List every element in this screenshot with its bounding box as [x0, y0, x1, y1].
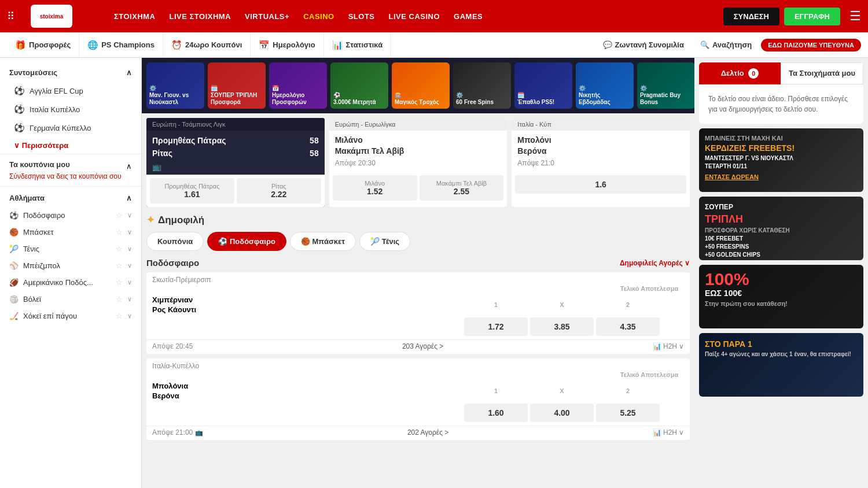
hamburger-icon[interactable]: ☰ [849, 9, 861, 24]
promo2-line4: 10€ FREEBET [705, 235, 858, 243]
nav-live-casino[interactable]: LIVE CASINO [389, 12, 440, 21]
arrow-icon: ∨ [127, 212, 132, 219]
h2h-btn-2[interactable]: 📊 H2H ∨ [653, 428, 684, 437]
nav-slots[interactable]: SLOTS [348, 12, 375, 21]
nav-live-stoixima[interactable]: LIVE ΣΤΟΙΧΗΜΑ [170, 12, 231, 21]
popular-markets-btn[interactable]: Δημοφιλείς Αγορές ∨ [620, 259, 690, 267]
star-icon-4: ☆ [116, 261, 123, 270]
logo[interactable]: stoixima [31, 5, 72, 28]
tab-coupons[interactable]: Κουπόνια [146, 232, 204, 251]
search[interactable]: 🔍 Αναζήτηση [693, 40, 759, 49]
odd-btn-1-1[interactable]: 3.85 [530, 317, 594, 336]
banner-winner-week[interactable]: ⚙️Νικητής Εβδομάδας [576, 62, 634, 109]
arrow-icon-4: ∨ [127, 262, 132, 269]
odd-btn-2-1[interactable]: 4.00 [530, 404, 594, 422]
odd-btn-1-2[interactable]: 4.35 [596, 317, 660, 336]
live-odd1-btn-2[interactable]: Μιλάνο 1.52 [333, 175, 417, 201]
shortcut-germany-cup[interactable]: ⚽ Γερμανία Κύπελλο [0, 119, 141, 137]
tab-football[interactable]: ⚽ Ποδόσφαιρο [207, 232, 286, 251]
nav-casino[interactable]: CASINO [303, 12, 334, 21]
nav-stats[interactable]: 📊 Στατιστικά [324, 32, 392, 57]
nav-games[interactable]: GAMES [454, 12, 483, 21]
h2h-btn-1[interactable]: 📊 H2H ∨ [653, 342, 684, 350]
sport-volleyball[interactable]: 🏐Βόλεϊ ☆∨ [0, 291, 141, 308]
banner-7-label: Νικητής Εβδομάδας [579, 92, 610, 105]
betslip-tab-active[interactable]: Δελτίο 0 [699, 62, 781, 84]
grid-icon[interactable]: ⠿ [7, 10, 14, 23]
tab-tennis[interactable]: 🎾 Τένις [359, 232, 410, 251]
promo1-cta[interactable]: ΕΝΤΑΣΕ ΔΩΡΕΑΝ [705, 173, 858, 182]
odds-row-1: 1 X 2 [464, 301, 684, 308]
promo3-line3: Στην πρώτη σου κατάθεση! [705, 300, 858, 308]
betslip-tab1-label: Δελτίο [721, 69, 744, 77]
live-score1-1: 58 [310, 136, 319, 145]
live-team2-3: Βερόνα [517, 146, 684, 156]
banner-4-label: Μαγικός Τροχός [395, 99, 439, 105]
banner-ps-champions[interactable]: ⚙️Μαν. Γιουν. vs Νιούκαστλ [146, 62, 204, 109]
odd-btn-2-0[interactable]: 1.60 [464, 404, 528, 422]
team2-1: Ρος Κάουντι [152, 305, 464, 314]
live-chat[interactable]: 💬 Ζωντανή Συνομιλία [596, 40, 691, 49]
live-odd1-btn-3[interactable]: 1.6 [515, 175, 686, 194]
match-footer-1: Απόψε 20:45 203 Αγορές > 📊 H2H ∨ [146, 339, 690, 354]
promo-banner-super-triple[interactable]: ΣΟΥΠΕΡ ΤΡΙΠΛΗ ΠΡΟΣΦΟΡΑ ΧΩΡΙΣ ΚΑΤΆΘΕΣΗ 10… [699, 197, 863, 260]
sport-baseball[interactable]: ⚾Μπέιζμπολ ☆∨ [0, 257, 141, 274]
promo1-line1: ΜΠΑΙΝΕΙΣ ΣΤΗ ΜΑΧΗ ΚΑΙ [705, 134, 858, 143]
sport-football[interactable]: ⚽Ποδόσφαιρο ☆∨ [0, 207, 141, 224]
arrow-icon-3: ∨ [127, 245, 132, 253]
sport-basketball[interactable]: 🏀Μπάσκετ ☆∨ [0, 224, 141, 241]
odd-val-2-2: 5.25 [599, 408, 656, 417]
match-markets-1[interactable]: 203 Αγορές > [402, 342, 443, 350]
banner-calendar-offers[interactable]: 📅Ημερολόγιο Προσφορών [269, 62, 327, 109]
live-odd2-btn-1[interactable]: Ρίτας 2.22 [237, 178, 321, 204]
banner-free-spins[interactable]: ⚙️60 Free Spins [453, 62, 511, 109]
nav-offers[interactable]: 🎁 Προσφορές [7, 32, 79, 57]
live-odd1-btn-1[interactable]: Προμηθέας Πάτρας 1.61 [150, 178, 234, 204]
live-odd2-btn-2[interactable]: Μακάμπι Τελ Αβίβ 2.55 [420, 175, 504, 201]
promo-banner-ps-champions[interactable]: ΜΠΑΙΝΕΙΣ ΣΤΗ ΜΑΧΗ ΚΑΙ ΚΕΡΔΙΖΕΙΣ FREEBETS… [699, 128, 863, 192]
coupon-login-link[interactable]: Σύνδεση [9, 172, 36, 180]
promo-banner-100-bonus[interactable]: 100% ΕΩΣ 100€ Στην πρώτη σου κατάθεση! [699, 265, 863, 328]
promo-banner-para1[interactable]: ΣΤΟ ΠΑΡΑ 1 Παίξε 4+ αγώνες και αν χάσεις… [699, 333, 863, 397]
sidebar: Συντομεύσεις ∧ ⚽ Αγγλία EFL Cup ⚽ Ιταλία… [0, 58, 142, 488]
shortcuts-chevron: ∧ [126, 68, 132, 77]
promo2-line2: ΤΡΙΠΛΗ [705, 212, 858, 227]
live-team2-row-1: Ρίτας 58 [152, 147, 319, 160]
shortcuts-header[interactable]: Συντομεύσεις ∧ [0, 64, 141, 82]
banner-pragmatic[interactable]: ⚙️Pragmatic Buy Bonus [637, 62, 694, 109]
shortcuts-more[interactable]: ∨ Περισσότερα [0, 137, 141, 154]
sport-tennis[interactable]: 🎾Τένις ☆∨ [0, 241, 141, 257]
promo3-line1: 100% [705, 271, 858, 288]
football-sport-icon: ⚽ [9, 211, 19, 220]
shortcut-efl[interactable]: ⚽ Αγγλία EFL Cup [0, 82, 141, 100]
login-button[interactable]: ΣΥΝΔΕΣΗ [723, 8, 779, 25]
chevron-h2h-1: ∨ [679, 342, 684, 350]
shortcut-italy-cup[interactable]: ⚽ Ιταλία Κυπέλλο [0, 100, 141, 119]
betslip-tab-my-bets[interactable]: Τα Στοιχήματά μου [781, 62, 863, 84]
banner-3000-cash[interactable]: ⚽3.000€ Μετρητά [330, 62, 388, 109]
my-coupons-section: Τα κουπόνια μου ∧ Σύνδεσηγια να δεις τα … [0, 154, 141, 186]
live-odds-3: 1.6 [512, 172, 690, 197]
table-row: Ιταλία-Κυπέλλο Τελικό Αποτελεσμα Μπολόνι… [146, 358, 690, 440]
odd-btn-2-2[interactable]: 5.25 [596, 404, 660, 422]
banner-ps5[interactable]: 🗓️Έπαθλο PS5! [514, 62, 572, 109]
nav-virtuals[interactable]: VIRTUALS+ [245, 12, 289, 21]
nav-ps-champions[interactable]: 🌐 PS Champions [79, 32, 163, 57]
sport-american-football[interactable]: 🏈Αμερικάνικο Ποδός... ☆∨ [0, 274, 141, 291]
sport-ice-hockey[interactable]: 🏒Χόκεϊ επί πάγου ☆∨ [0, 308, 141, 324]
sports-header[interactable]: Αθλήματα ∧ [0, 189, 141, 207]
banner-super-triple[interactable]: 🗓️ΣΟΥΠΕΡ ΤΡΙΠΛΗ Προσφορά [208, 62, 266, 109]
nav-stoixima[interactable]: ΣΤΟΙΧΗΜΑ [114, 12, 156, 21]
nav-calendar[interactable]: 📅 Ημερολόγιο [251, 32, 323, 57]
offers-icon: 🎁 [15, 40, 26, 50]
match-markets-2[interactable]: 202 Αγορές > [407, 428, 448, 437]
league-label-1: Σκωτία-Πρέμιερσιπ [146, 272, 690, 285]
live-team2-1: Ρίτας [152, 149, 172, 158]
banner-magic-wheel[interactable]: 🎰Μαγικός Τροχός [392, 62, 450, 109]
tab-basketball[interactable]: 🏀 Μπάσκετ [290, 232, 356, 251]
odd-btn-1-0[interactable]: 1.72 [464, 317, 528, 336]
nav-coupon-24h[interactable]: ⏰ 24ωρο Κουπόνι [163, 32, 251, 57]
responsible-gaming-button[interactable]: ΕΔΩ ΠΑΙΖΟΥΜΕ ΥΠΕΥΘΥΝΑ [761, 39, 861, 51]
shortcut-italy-cup-label: Ιταλία Κυπέλλο [30, 105, 80, 114]
register-button[interactable]: ΕΓΓΡΑΦΗ [784, 8, 840, 25]
